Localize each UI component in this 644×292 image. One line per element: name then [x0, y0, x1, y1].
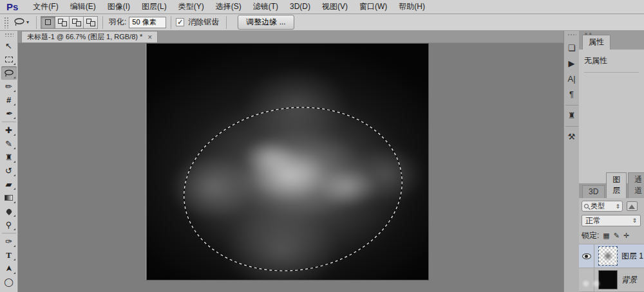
pixel-layer-filter-icon[interactable] [627, 201, 638, 211]
antialias-checkbox[interactable]: ✓ [176, 18, 184, 26]
marquee-tool[interactable] [1, 53, 17, 66]
document-canvas[interactable] [147, 44, 428, 280]
clone-stamp-tool[interactable]: ♜ [1, 151, 17, 164]
intersect-selection-icon [86, 19, 95, 26]
menu-image[interactable]: 图像(I) [102, 0, 136, 14]
no-properties-text: 无属性 [584, 55, 639, 73]
shape-tool[interactable]: ◯ [1, 275, 17, 289]
panel-strip-grip[interactable] [567, 33, 576, 37]
intersect-selection-button[interactable] [83, 16, 98, 29]
menu-window[interactable]: 窗口(W) [354, 0, 393, 14]
layer-filter-select[interactable]: 类型 ⇕ [582, 201, 623, 212]
type-tool[interactable]: T [1, 248, 17, 262]
move-tool[interactable]: ↖ [1, 39, 17, 53]
lock-position-icon[interactable]: ✛ [623, 232, 629, 239]
eyedropper-tool[interactable]: ✒ [1, 107, 17, 120]
eye-icon [582, 253, 591, 259]
lock-transparency-icon[interactable]: ▦ [603, 232, 609, 239]
gradient-tool[interactable] [1, 191, 17, 205]
dodge-icon: ⚲ [6, 220, 12, 230]
add-to-selection-button[interactable] [55, 16, 70, 29]
properties-tab-row: 属性 [579, 37, 644, 50]
subtract-from-selection-button[interactable] [69, 16, 84, 29]
toolbox-grip[interactable] [5, 33, 14, 37]
quick-selection-tool[interactable]: ✏ [1, 80, 17, 93]
menu-layer[interactable]: 图层(L) [136, 0, 173, 14]
layers-content: 类型 ⇕ 正常 ⇕ 锁定: ▦ ✎ ✛ [579, 198, 644, 292]
quick-selection-icon: ✏ [5, 82, 12, 91]
toolbox-divider [2, 122, 16, 122]
blur-drop-icon [5, 208, 12, 215]
brush-tool[interactable]: ✎ [1, 137, 17, 151]
filter-type-label: 类型 [591, 201, 605, 211]
separator [171, 16, 171, 29]
tool-preset-picker[interactable]: ▾ [11, 17, 32, 28]
layer-row-layer1[interactable]: 图层 1 [579, 244, 644, 268]
lock-label: 锁定: [582, 230, 599, 241]
lasso-tool[interactable] [1, 66, 17, 80]
actions-panel-icon[interactable]: ▶ [565, 56, 579, 70]
blend-mode-select[interactable]: 正常 ⇕ [582, 215, 641, 226]
history-brush-tool[interactable]: ↺ [1, 164, 17, 178]
panel-icon-strip: ❏ ▶ A| ¶ ♜ ⚒ [564, 31, 579, 292]
toolbox-divider [2, 233, 16, 233]
strip-divider [565, 105, 578, 105]
menu-3d[interactable]: 3D(D) [284, 0, 316, 14]
lasso-icon [14, 18, 25, 26]
tool-presets-panel-icon[interactable]: ⚒ [565, 129, 579, 143]
blur-tool[interactable] [1, 205, 17, 218]
new-selection-icon [45, 19, 51, 25]
dodge-tool[interactable]: ⚲ [1, 218, 17, 232]
search-icon [584, 204, 589, 208]
add-to-selection-icon [58, 19, 67, 26]
brush-panel-icon[interactable]: ❏ [565, 41, 579, 55]
layer1-thumbnail[interactable] [598, 246, 618, 266]
right-panel-dock: ∗∗ 属性 无属性 3D 图层 通道 类型 ⇕ [579, 31, 644, 292]
spinner-arrows-icon: ⇕ [615, 203, 620, 210]
healing-brush-tool[interactable]: ✚ [1, 123, 17, 137]
menu-filter[interactable]: 滤镜(T) [247, 0, 284, 14]
crop-tool[interactable]: # [1, 93, 17, 107]
layer-filter-row: 类型 ⇕ [579, 198, 644, 214]
paragraph-panel-icon[interactable]: ¶ [565, 87, 579, 101]
refine-edge-button[interactable]: 调整边缘 ... [238, 15, 294, 30]
menu-view[interactable]: 视图(V) [316, 0, 354, 14]
blend-mode-row: 正常 ⇕ [579, 214, 644, 228]
menu-help[interactable]: 帮助(H) [393, 0, 431, 14]
menu-edit[interactable]: 编辑(E) [64, 0, 102, 14]
close-tab-icon[interactable]: × [147, 33, 152, 41]
menu-type[interactable]: 类型(Y) [173, 0, 210, 14]
marquee-icon [5, 57, 13, 62]
separator [36, 16, 37, 29]
eraser-tool[interactable]: ▰ [1, 178, 17, 191]
tab-layers[interactable]: 图层 [606, 172, 627, 198]
document-title: 未标题-1 @ 66.7% (图层 1, RGB/8) * [27, 32, 142, 42]
workspace: ↖ ✏ # ✒ ✚ ✎ ♜ ↺ ▰ ⚲ ✑ T ➤ ◯ 未标题-1 @ 66.7… [0, 31, 644, 292]
lock-pixels-icon[interactable]: ✎ [614, 232, 620, 239]
visibility-cell[interactable] [579, 244, 594, 268]
selection-marching-ants [147, 44, 428, 280]
layers-panel: 3D 图层 通道 类型 ⇕ 正常 ⇕ [579, 185, 644, 292]
layer-name[interactable]: 图层 1 [621, 251, 643, 262]
photoshop-logo: Ps [6, 1, 18, 12]
character-panel-icon[interactable]: A| [565, 71, 579, 86]
layer-name[interactable]: 背景 [621, 275, 637, 286]
feather-input[interactable] [129, 17, 166, 28]
brush-icon: ✎ [5, 139, 12, 149]
canvas-area[interactable]: 未标题-1 @ 66.7% (图层 1, RGB/8) * × [18, 31, 564, 292]
eraser-icon: ▰ [6, 179, 12, 189]
clone-source-panel-icon[interactable]: ♜ [565, 108, 579, 122]
tab-3d[interactable]: 3D [582, 185, 605, 198]
new-selection-button[interactable] [41, 16, 55, 29]
move-icon: ↖ [5, 41, 12, 51]
separator [226, 16, 227, 29]
tab-channels[interactable]: 通道 [628, 172, 644, 198]
document-tab[interactable]: 未标题-1 @ 66.7% (图层 1, RGB/8) * × [21, 31, 158, 42]
tab-properties[interactable]: 属性 [582, 35, 611, 50]
pen-tool[interactable]: ✑ [1, 235, 17, 248]
path-selection-tool[interactable]: ➤ [1, 262, 17, 275]
toolbox: ↖ ✏ # ✒ ✚ ✎ ♜ ↺ ▰ ⚲ ✑ T ➤ ◯ [0, 31, 18, 292]
menu-select[interactable]: 选择(S) [210, 0, 247, 14]
menu-file[interactable]: 文件(F) [27, 0, 64, 14]
options-bar-grip[interactable] [4, 17, 8, 28]
